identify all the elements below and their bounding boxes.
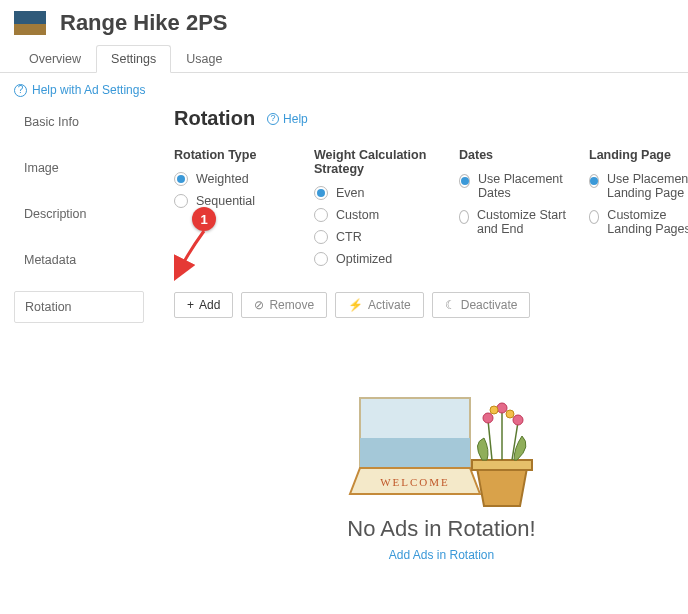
tab-usage[interactable]: Usage <box>171 45 237 73</box>
tab-overview[interactable]: Overview <box>14 45 96 73</box>
tab-settings[interactable]: Settings <box>96 45 171 73</box>
radio-icon <box>174 194 188 208</box>
svg-point-11 <box>506 410 514 418</box>
svg-point-9 <box>513 415 523 425</box>
landing-page-title: Landing Page <box>589 148 688 162</box>
moon-icon: ☾ <box>445 299 456 311</box>
activate-button[interactable]: ⚡ Activate <box>335 292 424 318</box>
radio-icon <box>314 252 328 266</box>
tabs: Overview Settings Usage <box>0 44 688 73</box>
annotation-arrow <box>166 227 210 281</box>
sidebar-item-metadata[interactable]: Metadata <box>14 245 144 275</box>
radio-use-placement-dates[interactable]: Use Placement Dates <box>459 172 569 200</box>
radio-use-placement-landing[interactable]: Use Placement Landing Page <box>589 172 688 200</box>
sidebar-item-image[interactable]: Image <box>14 153 144 183</box>
radio-optimized[interactable]: Optimized <box>314 252 439 266</box>
add-button[interactable]: + Add <box>174 292 233 318</box>
radio-label: Custom <box>336 208 379 222</box>
add-button-label: Add <box>199 298 220 312</box>
radio-icon <box>174 172 188 186</box>
add-ads-link[interactable]: Add Ads in Rotation <box>389 548 494 562</box>
activate-button-label: Activate <box>368 298 411 312</box>
page-thumbnail <box>14 11 46 35</box>
deactivate-button[interactable]: ☾ Deactivate <box>432 292 531 318</box>
remove-button-label: Remove <box>269 298 314 312</box>
plus-icon: + <box>187 299 194 311</box>
radio-ctr[interactable]: CTR <box>314 230 439 244</box>
section-help-link[interactable]: ? Help <box>267 112 308 126</box>
radio-label: Weighted <box>196 172 249 186</box>
help-icon: ? <box>14 84 27 97</box>
sidebar: Basic Info Image Description Metadata Ro… <box>14 107 144 562</box>
sidebar-item-rotation[interactable]: Rotation <box>14 291 144 323</box>
radio-label: Optimized <box>336 252 392 266</box>
dates-title: Dates <box>459 148 569 162</box>
radio-icon <box>314 208 328 222</box>
remove-button[interactable]: ⊘ Remove <box>241 292 327 318</box>
svg-line-4 <box>488 420 492 460</box>
bolt-icon: ⚡ <box>348 299 363 311</box>
rotation-type-title: Rotation Type <box>174 148 294 162</box>
radio-icon <box>314 186 328 200</box>
radio-label: Use Placement Dates <box>478 172 569 200</box>
radio-even[interactable]: Even <box>314 186 439 200</box>
radio-label: CTR <box>336 230 362 244</box>
radio-customize-dates[interactable]: Customize Start and End <box>459 208 569 236</box>
radio-icon <box>589 210 599 224</box>
section-help-label: Help <box>283 112 308 126</box>
radio-label: Sequential <box>196 194 255 208</box>
svg-point-8 <box>497 403 507 413</box>
radio-label: Use Placement Landing Page <box>607 172 688 200</box>
svg-point-7 <box>483 413 493 423</box>
help-link[interactable]: Help with Ad Settings <box>32 83 145 97</box>
radio-icon <box>459 174 470 188</box>
weight-strategy-title: Weight Calculation Strategy <box>314 148 439 176</box>
svg-rect-3 <box>472 460 532 470</box>
empty-illustration: WELCOME <box>342 378 542 508</box>
radio-customize-landing[interactable]: Customize Landing Pages <box>589 208 688 236</box>
sidebar-item-basic-info[interactable]: Basic Info <box>14 107 144 137</box>
page-title: Range Hike 2PS <box>60 10 228 36</box>
radio-icon <box>589 174 599 188</box>
radio-weighted[interactable]: Weighted <box>174 172 294 186</box>
radio-label: Customize Landing Pages <box>607 208 688 236</box>
svg-point-10 <box>490 406 498 414</box>
sidebar-item-description[interactable]: Description <box>14 199 144 229</box>
remove-icon: ⊘ <box>254 299 264 311</box>
radio-label: Customize Start and End <box>477 208 569 236</box>
svg-text:WELCOME: WELCOME <box>380 476 450 488</box>
deactivate-button-label: Deactivate <box>461 298 518 312</box>
radio-icon <box>459 210 469 224</box>
radio-icon <box>314 230 328 244</box>
radio-custom[interactable]: Custom <box>314 208 439 222</box>
empty-state-title: No Ads in Rotation! <box>174 516 688 542</box>
section-title: Rotation <box>174 107 255 130</box>
radio-label: Even <box>336 186 365 200</box>
radio-sequential[interactable]: Sequential <box>174 194 294 208</box>
help-icon: ? <box>267 113 279 125</box>
